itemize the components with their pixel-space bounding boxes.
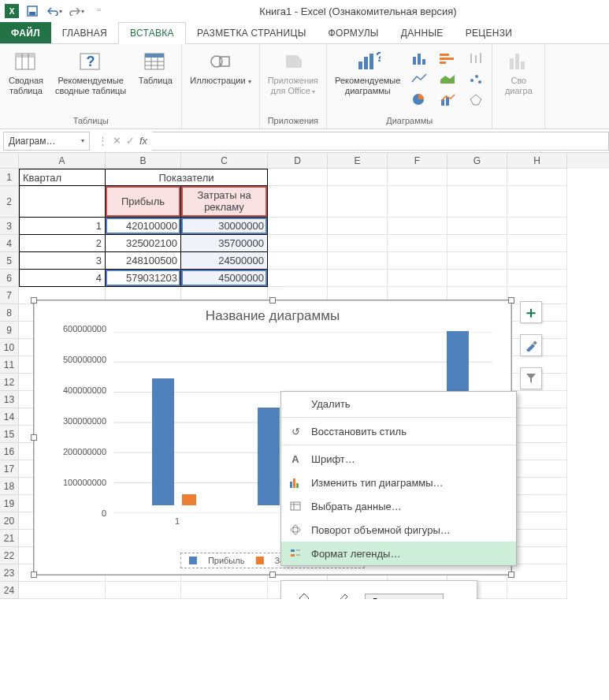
cell[interactable]: 2 — [19, 235, 106, 252]
cell[interactable]: 45000000 — [181, 270, 268, 287]
row-header[interactable]: 17 — [0, 460, 19, 478]
row-header[interactable]: 20 — [0, 512, 19, 530]
cell[interactable] — [447, 235, 507, 252]
cell[interactable] — [507, 169, 567, 186]
ctx-change-chart-type[interactable]: Изменить тип диаграммы… — [281, 471, 516, 494]
illustrations-button[interactable]: Иллюстрации ▾ — [187, 47, 254, 88]
ctx-delete[interactable]: Удалить — [281, 392, 516, 415]
cell[interactable] — [328, 169, 388, 186]
ctx-font[interactable]: AШрифт… — [281, 447, 516, 471]
fx-icon[interactable]: fx — [139, 135, 147, 147]
cell[interactable] — [507, 564, 567, 582]
cell[interactable] — [328, 252, 388, 270]
outline-button[interactable]: Контур — [329, 589, 356, 599]
cell[interactable]: 4 — [19, 270, 106, 287]
tab-file[interactable]: ФАЙЛ — [0, 22, 51, 43]
col-header[interactable]: E — [328, 153, 388, 169]
row-header[interactable]: 19 — [0, 495, 19, 512]
tab-page-layout[interactable]: РАЗМЕТКА СТРАНИЦЫ — [186, 22, 317, 43]
cell[interactable] — [268, 186, 328, 218]
cell[interactable] — [447, 270, 507, 287]
row-header[interactable]: 22 — [0, 547, 19, 564]
cell[interactable]: 579031203 — [106, 270, 181, 287]
col-header[interactable]: C — [181, 153, 268, 169]
chart-elements-button[interactable]: ＋ — [520, 301, 542, 323]
cell[interactable] — [447, 186, 507, 218]
cell[interactable]: 325002100 — [106, 235, 181, 252]
scatter-chart-icon[interactable] — [465, 71, 487, 87]
cell[interactable]: Затраты на рекламу — [181, 186, 268, 218]
row-header[interactable]: 18 — [0, 478, 19, 495]
cell[interactable] — [507, 235, 567, 252]
pivot-chart-button[interactable]: Сво диагра — [497, 47, 540, 97]
cell[interactable]: 30000000 — [181, 218, 268, 235]
cell[interactable] — [328, 235, 388, 252]
row-header[interactable]: 16 — [0, 443, 19, 460]
apps-for-office-button[interactable]: Приложения для Office ▾ — [265, 47, 321, 97]
recommended-pivot-button[interactable]: ? Рекомендуемые сводные таблицы — [52, 47, 129, 97]
col-header[interactable]: G — [447, 153, 507, 169]
fill-button[interactable]: Заливка — [288, 589, 321, 599]
cell[interactable] — [507, 218, 567, 235]
ctx-reset-style[interactable]: ↺Восстановить стиль — [281, 419, 516, 443]
row-header[interactable]: 1 — [0, 169, 19, 186]
line-chart-icon[interactable] — [408, 71, 430, 87]
row-header[interactable]: 11 — [0, 356, 19, 374]
cell[interactable] — [19, 582, 106, 599]
radar-chart-icon[interactable] — [465, 91, 487, 107]
cell[interactable] — [106, 582, 181, 599]
row-header[interactable]: 10 — [0, 339, 19, 356]
cell[interactable] — [388, 186, 447, 218]
row-header[interactable]: 2 — [0, 186, 19, 218]
row-header[interactable]: 15 — [0, 426, 19, 443]
cell[interactable]: Показатели — [106, 169, 268, 186]
area-chart-icon[interactable] — [436, 71, 459, 87]
tab-home[interactable]: ГЛАВНАЯ — [51, 22, 118, 43]
chart-filters-button[interactable] — [520, 367, 542, 389]
bar-series1[interactable] — [152, 378, 174, 505]
cell[interactable]: 248100500 — [106, 252, 181, 270]
row-header[interactable]: 4 — [0, 235, 19, 252]
row-header[interactable]: 23 — [0, 564, 19, 582]
ctx-select-data[interactable]: Выбрать данные… — [281, 494, 516, 518]
cell[interactable] — [268, 169, 328, 186]
cell[interactable] — [388, 270, 447, 287]
tab-insert[interactable]: ВСТАВКА — [118, 22, 186, 44]
cell[interactable] — [507, 186, 567, 218]
table-button[interactable]: Таблица — [134, 47, 176, 88]
cell[interactable]: 35700000 — [181, 235, 268, 252]
combo-chart-icon[interactable] — [436, 91, 459, 107]
row-header[interactable]: 24 — [0, 582, 19, 599]
qat-customize[interactable]: ⁼ — [90, 2, 107, 20]
tab-data[interactable]: ДАННЫЕ — [390, 22, 455, 43]
cell[interactable]: 420100000 — [106, 218, 181, 235]
cell[interactable] — [268, 252, 328, 270]
row-header[interactable]: 9 — [0, 322, 19, 339]
cell[interactable] — [447, 169, 507, 186]
select-all-triangle[interactable] — [0, 153, 19, 169]
cell[interactable] — [388, 218, 447, 235]
pie-chart-icon[interactable] — [408, 91, 430, 107]
cell[interactable] — [268, 270, 328, 287]
namebox-more-icon[interactable]: ⋮ — [98, 135, 108, 147]
cell[interactable] — [507, 582, 567, 599]
row-header[interactable]: 8 — [0, 304, 19, 322]
row-header[interactable]: 3 — [0, 218, 19, 235]
row-header[interactable]: 13 — [0, 391, 19, 408]
col-header[interactable]: B — [106, 153, 181, 169]
cell[interactable] — [507, 270, 567, 287]
bar-series2[interactable] — [182, 494, 196, 505]
ctx-3d-rotation[interactable]: Поворот объемной фигуры… — [281, 518, 516, 542]
bar-chart-icon[interactable] — [436, 50, 459, 66]
recommended-charts-button[interactable]: ? Рекомендуемые диаграммы — [332, 47, 403, 97]
name-box[interactable]: Диаграм…▾ — [3, 132, 90, 151]
cancel-formula-icon[interactable]: ✕ — [113, 135, 121, 147]
tab-review[interactable]: РЕЦЕНЗИ — [455, 22, 524, 43]
cell[interactable]: 24500000 — [181, 252, 268, 270]
undo-button[interactable]: ▾ — [46, 2, 63, 20]
col-header[interactable]: F — [388, 153, 447, 169]
cell[interactable] — [388, 235, 447, 252]
col-header[interactable]: H — [507, 153, 567, 169]
cell[interactable]: 1 — [19, 218, 106, 235]
row-header[interactable]: 6 — [0, 270, 19, 287]
